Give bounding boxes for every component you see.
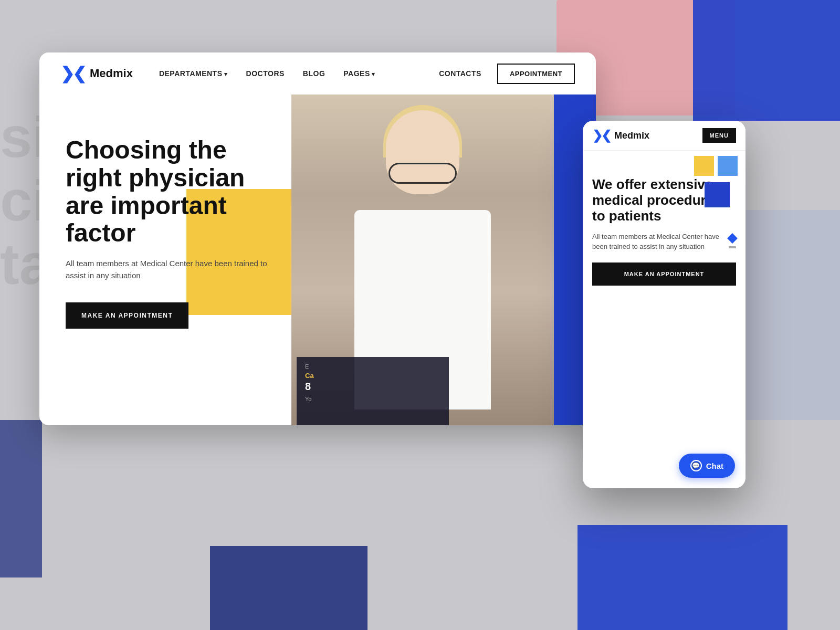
mobile-hero-subtitle: All team members at Medical Center have … xyxy=(592,232,736,252)
hero-bottom-number: 8 xyxy=(305,381,440,393)
hero-title: Choosing the right physician are importa… xyxy=(66,136,286,247)
hero-bottom-you: Yo xyxy=(305,396,440,402)
desktop-logo: ❯❮ Medmix xyxy=(60,64,133,83)
appointment-button[interactable]: APPOINTMENT xyxy=(497,64,575,84)
hero-bottom-bar: E Ca 8 Yo xyxy=(297,357,449,425)
bg-blue-left-block xyxy=(0,420,42,578)
mobile-window: ❯❮ Medmix MENU We offer extensive medica… xyxy=(583,121,746,488)
doctor-glasses xyxy=(388,163,457,184)
mobile-logo: ❯❮ Medmix xyxy=(592,128,649,143)
nav-departaments[interactable]: DEPARTAMENTS xyxy=(159,69,228,78)
mobile-hero: We offer extensive medical procedures to… xyxy=(583,151,746,296)
chat-icon: 💬 xyxy=(690,460,702,471)
desktop-hero: Choosing the right physician are importa… xyxy=(39,94,596,425)
mobile-cta-button[interactable]: MAKE AN APPOINTMENT xyxy=(592,262,736,286)
chat-label: Chat xyxy=(706,461,723,470)
mobile-blue-light-square xyxy=(718,156,738,176)
nav-blog[interactable]: BLOG xyxy=(303,69,325,78)
bg-blue-bottom-block xyxy=(578,525,788,630)
mobile-logo-text: Medmix xyxy=(614,130,649,141)
hero-bottom-label: E xyxy=(305,363,440,370)
hero-content: Choosing the right physician are importa… xyxy=(66,136,286,329)
mobile-dash-icon xyxy=(729,246,736,248)
logo-icon: ❯❮ xyxy=(60,64,85,83)
mobile-yellow-square xyxy=(694,156,714,176)
doctor-face xyxy=(386,110,459,194)
mobile-navbar: ❯❮ Medmix MENU xyxy=(583,121,746,151)
mobile-logo-icon: ❯❮ xyxy=(592,128,610,143)
hero-cta-button[interactable]: MAKE AN APPOINTMENT xyxy=(66,302,188,329)
hero-bottom-call: Ca xyxy=(305,372,440,380)
nav-doctors[interactable]: DOCTORS xyxy=(246,69,285,78)
mobile-blue-dark-square xyxy=(705,182,730,207)
mobile-menu-button[interactable]: MENU xyxy=(702,128,736,143)
hero-subtitle: All team members at Medical Center have … xyxy=(66,258,286,281)
nav-pages[interactable]: PAGES xyxy=(343,69,375,78)
nav-links: DEPARTAMENTS DOCTORS BLOG PAGES xyxy=(159,69,439,78)
bg-blue-top-block xyxy=(693,0,840,121)
logo-text: Medmix xyxy=(90,67,133,80)
chat-button[interactable]: 💬 Chat xyxy=(679,454,735,478)
nav-right: CONTACTS APPOINTMENT xyxy=(439,64,575,84)
bg-blue-bottom-left-block xyxy=(210,546,368,630)
desktop-navbar: ❯❮ Medmix DEPARTAMENTS DOCTORS BLOG PAGE… xyxy=(39,52,596,94)
desktop-window: ❯❮ Medmix DEPARTAMENTS DOCTORS BLOG PAGE… xyxy=(39,52,596,425)
nav-contacts[interactable]: CONTACTS xyxy=(439,69,481,78)
